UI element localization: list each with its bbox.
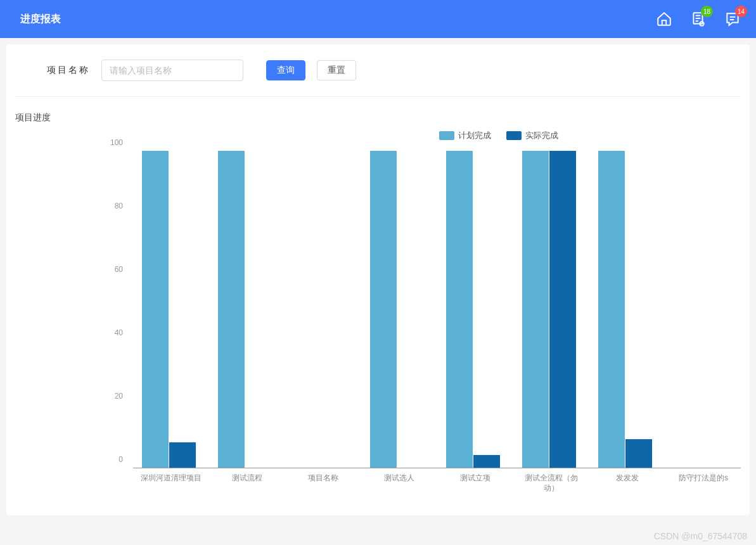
x-label: 深圳河道清理项目 bbox=[139, 473, 203, 484]
bar-actual[interactable] bbox=[473, 455, 500, 468]
y-tick: 0 bbox=[15, 455, 123, 464]
legend-label-planned: 计划完成 bbox=[458, 130, 491, 141]
legend-item-actual[interactable]: 实际完成 bbox=[506, 130, 558, 141]
bar-planned[interactable] bbox=[446, 151, 473, 468]
y-axis: 020406080100 bbox=[15, 151, 129, 468]
legend-swatch-actual bbox=[506, 131, 522, 140]
home-icon[interactable] bbox=[656, 11, 672, 27]
chat-icon[interactable]: 14 bbox=[724, 11, 741, 27]
y-tick: 80 bbox=[15, 202, 123, 210]
header-icons: 18 14 bbox=[656, 11, 741, 27]
bar-group bbox=[142, 151, 199, 468]
bar-group bbox=[370, 151, 427, 468]
chart-legend: 计划完成 实际完成 bbox=[256, 130, 741, 141]
bar-actual[interactable] bbox=[625, 439, 652, 468]
x-axis: 深圳河道清理项目测试流程项目名称测试选人测试立项测试全流程（勿动）发发发防守打法… bbox=[133, 471, 741, 506]
x-label: 发发发 bbox=[596, 473, 659, 484]
bar-actual[interactable] bbox=[549, 151, 576, 468]
x-label: 测试流程 bbox=[215, 473, 279, 484]
y-tick: 40 bbox=[15, 328, 123, 337]
x-label: 防守打法是的s bbox=[672, 473, 735, 484]
search-row: 项目名称 查询 重置 bbox=[15, 60, 741, 97]
x-label: 测试选人 bbox=[368, 473, 431, 484]
search-label: 项目名称 bbox=[47, 65, 90, 76]
page-title: 进度报表 bbox=[20, 13, 61, 26]
bar-group bbox=[598, 151, 655, 468]
x-label: 测试立项 bbox=[444, 473, 507, 484]
main-panel: 项目名称 查询 重置 项目进度 计划完成 实际完成 020406080100 深… bbox=[6, 44, 750, 515]
x-label: 测试全流程（勿动） bbox=[520, 473, 583, 493]
chat-badge: 14 bbox=[735, 6, 747, 17]
project-name-input[interactable] bbox=[101, 60, 243, 81]
chart-area: 020406080100 深圳河道清理项目测试流程项目名称测试选人测试立项测试全… bbox=[15, 151, 741, 506]
bar-planned[interactable] bbox=[522, 151, 549, 468]
x-label: 项目名称 bbox=[292, 473, 355, 484]
y-tick: 20 bbox=[15, 392, 123, 401]
bar-planned[interactable] bbox=[598, 151, 625, 468]
query-button[interactable]: 查询 bbox=[266, 60, 305, 80]
plot-area bbox=[133, 151, 741, 468]
bar-group bbox=[522, 151, 579, 468]
legend-swatch-planned bbox=[439, 131, 454, 140]
reset-button[interactable]: 重置 bbox=[317, 60, 356, 80]
document-badge: 18 bbox=[701, 6, 713, 17]
y-tick: 60 bbox=[15, 265, 123, 274]
bar-group bbox=[218, 151, 275, 468]
legend-label-actual: 实际完成 bbox=[525, 130, 558, 141]
section-title: 项目进度 bbox=[15, 112, 741, 124]
document-icon[interactable]: 18 bbox=[690, 11, 707, 27]
watermark: CSDN @m0_67544708 bbox=[654, 531, 747, 541]
legend-item-planned[interactable]: 计划完成 bbox=[439, 130, 491, 141]
bar-actual[interactable] bbox=[169, 442, 196, 468]
bar-group bbox=[446, 151, 503, 468]
bar-planned[interactable] bbox=[370, 151, 397, 468]
bar-planned[interactable] bbox=[142, 151, 169, 468]
bar-planned[interactable] bbox=[218, 151, 245, 468]
top-header: 进度报表 18 14 bbox=[0, 0, 756, 38]
y-tick: 100 bbox=[15, 138, 123, 147]
